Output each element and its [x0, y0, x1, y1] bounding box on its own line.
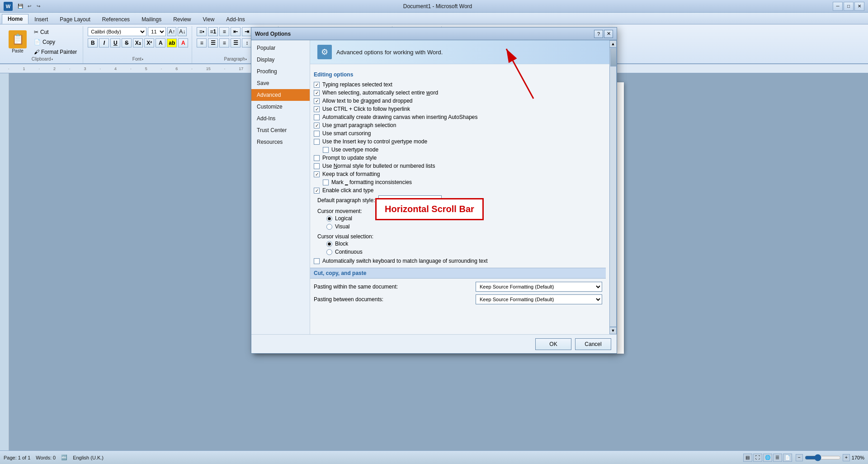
close-btn[interactable]: ✕	[854, 2, 864, 11]
save-quick-btn[interactable]: 💾	[16, 2, 24, 10]
cb-click-type[interactable]	[314, 188, 320, 194]
outline-btn[interactable]: ☰	[773, 454, 782, 462]
zoom-slider[interactable]	[805, 455, 841, 461]
grow-font-btn[interactable]: A↑	[167, 27, 176, 36]
dialog-cancel-btn[interactable]: Cancel	[575, 338, 611, 350]
nav-trust-center[interactable]: Trust Center	[251, 124, 310, 136]
cb-smart-para[interactable]	[314, 123, 320, 128]
keep-track-label: Keep track of formatting	[322, 171, 380, 177]
spell-check-icon[interactable]: 🔤	[61, 455, 67, 460]
nav-save[interactable]: Save	[251, 77, 310, 89]
clipboard-expand-icon[interactable]: ⬧	[51, 57, 53, 61]
para-expand-icon[interactable]: ⬧	[245, 57, 247, 61]
draft-btn[interactable]: 📄	[783, 454, 792, 462]
minimize-btn[interactable]: ─	[833, 2, 843, 11]
pasting-between-docs-select[interactable]: Keep Source Formatting (Default)	[476, 294, 602, 304]
nav-proofing[interactable]: Proofing	[251, 66, 310, 77]
zoom-in-btn[interactable]: +	[843, 454, 850, 461]
underline-button[interactable]: U	[110, 38, 120, 47]
italic-button[interactable]: I	[99, 38, 109, 47]
cb-prompt-update[interactable]	[314, 155, 320, 161]
copy-button[interactable]: 📄 Copy	[32, 38, 79, 47]
tab-mailings[interactable]: Mailings	[136, 14, 167, 24]
tab-home[interactable]: Home	[2, 14, 28, 24]
tab-view[interactable]: View	[197, 14, 221, 24]
zoom-out-btn[interactable]: −	[796, 454, 803, 461]
cb-auto-keyboard[interactable]	[314, 258, 320, 264]
scrollbar-up-btn[interactable]: ▲	[609, 40, 617, 47]
nav-advanced[interactable]: Advanced	[251, 89, 310, 101]
nav-customize[interactable]: Customize	[251, 101, 310, 113]
font-size-select[interactable]: 11	[148, 27, 166, 36]
maximize-btn[interactable]: □	[844, 2, 854, 11]
web-layout-btn[interactable]: 🌐	[763, 454, 772, 462]
cb-keep-track[interactable]	[314, 171, 320, 177]
align-center-btn[interactable]: ☰	[208, 38, 218, 47]
nav-addins[interactable]: Add-Ins	[251, 113, 310, 124]
multilevel-btn[interactable]: ≡	[219, 27, 229, 36]
redo-quick-btn[interactable]: ↪	[34, 2, 42, 10]
tab-review[interactable]: Review	[167, 14, 197, 24]
cb-drawing-canvas[interactable]	[314, 114, 320, 120]
language-info[interactable]: English (U.K.)	[73, 455, 104, 460]
tab-page-layout[interactable]: Page Layout	[54, 14, 96, 24]
decrease-indent-btn[interactable]: ⇤	[231, 27, 241, 36]
cb-auto-select[interactable]	[314, 90, 320, 96]
shrink-font-btn[interactable]: A↓	[178, 27, 187, 36]
align-right-btn[interactable]: ≡	[219, 38, 229, 47]
justify-btn[interactable]: ☰	[231, 38, 241, 47]
format-painter-button[interactable]: 🖌 Format Painter	[32, 47, 79, 57]
rb-block[interactable]	[326, 241, 332, 247]
rb-visual[interactable]	[326, 224, 332, 230]
pasting-same-doc-select[interactable]: Keep Source Formatting (Default)	[476, 282, 602, 292]
numbering-btn[interactable]: ≡1	[208, 27, 218, 36]
paste-button[interactable]: 📋 Paste	[5, 28, 30, 56]
font-expand-icon[interactable]: ⬧	[142, 57, 144, 61]
zoom-level[interactable]: 170%	[852, 455, 864, 460]
cb-drag-drop[interactable]	[314, 98, 320, 104]
align-left-btn[interactable]: ≡	[197, 38, 207, 47]
ribbon-tabs: Home Insert Page Layout References Maili…	[0, 13, 868, 24]
rb-continuous[interactable]	[326, 249, 332, 255]
cursor-continuous-row: Continuous	[326, 248, 602, 256]
nav-resources[interactable]: Resources	[251, 136, 310, 148]
superscript-button[interactable]: X²	[144, 38, 154, 47]
font-name-select[interactable]: Calibri (Body)	[88, 27, 146, 36]
dialog-header-text: Advanced options for working with Word.	[336, 49, 443, 56]
tab-references[interactable]: References	[96, 14, 136, 24]
text-effects-button[interactable]: A	[156, 38, 165, 47]
tab-insert[interactable]: Insert	[28, 14, 54, 24]
strikethrough-button[interactable]: S	[122, 38, 132, 47]
scrollbar-down-btn[interactable]: ▼	[609, 327, 617, 334]
default-para-style-select[interactable]: Normal	[378, 195, 442, 205]
cb-smart-cursor[interactable]	[314, 131, 320, 137]
print-layout-btn[interactable]: ▤	[743, 454, 752, 462]
nav-display[interactable]: Display	[251, 54, 310, 66]
option-use-overtype: Use overtype mode	[323, 146, 602, 154]
cb-insert-overtype[interactable]	[314, 139, 320, 145]
cb-use-overtype[interactable]	[323, 147, 329, 153]
bold-button[interactable]: B	[88, 38, 98, 47]
cb-ctrl-click[interactable]	[314, 106, 320, 112]
dialog-options-area: Editing options Typing replaces selected…	[310, 64, 609, 333]
bullets-btn[interactable]: ≡•	[197, 27, 207, 36]
rb-logical[interactable]	[326, 216, 332, 222]
font-color-button[interactable]: A	[178, 38, 188, 47]
cut-button[interactable]: ✂ Cut	[32, 28, 79, 37]
subscript-button[interactable]: X₂	[133, 38, 143, 47]
undo-quick-btn[interactable]: ↩	[25, 2, 33, 10]
nav-popular[interactable]: Popular	[251, 42, 310, 54]
typing-replaces-label: Typing replaces selected text	[322, 81, 392, 88]
highlight-button[interactable]: ab	[167, 38, 177, 47]
cb-typing-replaces[interactable]	[314, 82, 320, 88]
cb-mark-formatting[interactable]	[323, 180, 329, 185]
scrollbar-thumb[interactable]	[610, 48, 617, 66]
dialog-close-btn[interactable]: ✕	[604, 30, 613, 38]
cursor-block-label: Block	[335, 241, 348, 247]
dialog-help-btn[interactable]: ?	[594, 30, 603, 38]
tab-addins[interactable]: Add-Ins	[220, 14, 250, 24]
full-screen-btn[interactable]: ⛶	[753, 454, 762, 462]
dialog-ok-btn[interactable]: OK	[535, 338, 571, 350]
cb-normal-lists[interactable]	[314, 163, 320, 169]
option-insert-overtype: Use the Insert key to control overtype m…	[314, 137, 602, 146]
